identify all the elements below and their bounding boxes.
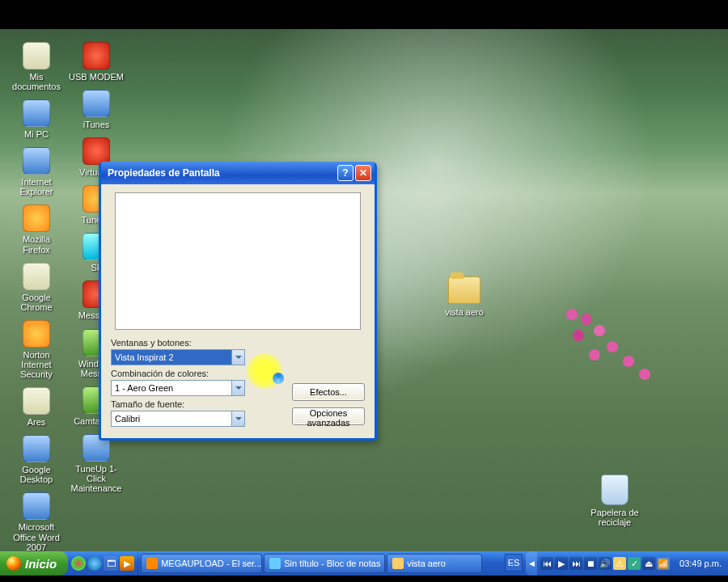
desktop-icon-ff[interactable]: Mozilla Firefox	[8, 205, 65, 254]
ff-icon	[23, 205, 50, 232]
dialog-title: Propiedades de Pantalla	[108, 167, 336, 179]
desktop-icon-label: Mozilla Firefox	[8, 234, 65, 254]
tray-icon[interactable]: ▶	[555, 557, 568, 570]
taskbar-clock[interactable]: 03:49 p.m.	[673, 551, 728, 576]
ie-icon	[23, 147, 50, 175]
tray-icon[interactable]: ✓	[628, 557, 641, 570]
taskbar: Inicio 🗔 ▶ MEGAUPLOAD - El ser...Sin tít…	[0, 551, 728, 576]
tray-icon[interactable]: ⏹	[584, 557, 597, 570]
task-icon	[146, 558, 158, 569]
norton-icon	[23, 320, 50, 348]
style-select[interactable]: Vista Inspirat 2	[111, 349, 245, 365]
advanced-options-button[interactable]: Opciones avanzadas	[292, 407, 365, 425]
desktop-icon-label: Microsoft Office Word 2007	[8, 522, 65, 551]
desktop-icon-label: Ares	[28, 417, 46, 427]
desktop-icon-label: Internet Explorer	[8, 177, 65, 196]
desktop-icon-label: Google Chrome	[8, 293, 65, 312]
system-tray: ⏮ ▶ ⏭ ⏹ 🔊 ⚠ ✓ ⏏ 📶	[537, 551, 673, 576]
task-label: MEGAUPLOAD - El ser...	[161, 559, 261, 568]
desktop-icon-tuneup2[interactable]: TuneUp 1-Click Maintenance	[68, 434, 125, 493]
desktop-icon-label: Norton Internet Security	[8, 350, 65, 379]
chrome-icon	[23, 263, 50, 290]
font-select[interactable]: Calibri	[111, 411, 245, 427]
desktop-icon-label: Mis documentos	[8, 72, 65, 91]
theme-preview	[115, 192, 361, 330]
desktop-icon-label: TuneUp 1-Click Maintenance	[68, 464, 125, 493]
ql-media-icon[interactable]: ▶	[120, 556, 134, 571]
chevron-down-icon[interactable]	[231, 350, 244, 365]
taskbar-task[interactable]: Sin título - Bloc de notas	[264, 554, 385, 573]
windows-logo-icon	[6, 556, 21, 571]
display-properties-dialog: Propiedades de Pantalla ? ✕ Ventanas y b…	[99, 162, 377, 441]
ql-ie-icon[interactable]	[87, 556, 102, 571]
color-select-value: 1 - Aero Green	[112, 381, 231, 395]
color-select[interactable]: 1 - Aero Green	[111, 380, 245, 396]
taskbar-task[interactable]: MEGAUPLOAD - El ser...	[141, 554, 262, 573]
tray-icon[interactable]: ⚠	[613, 557, 626, 570]
task-label: Sin título - Bloc de notas	[284, 559, 380, 568]
tray-icon[interactable]: 📶	[657, 557, 670, 570]
docs-icon	[23, 42, 50, 70]
word-icon	[23, 492, 50, 520]
style-select-value: Vista Inspirat 2	[112, 350, 231, 365]
color-scheme-label: Combinación de colores:	[111, 369, 365, 378]
chevron-down-icon[interactable]	[231, 381, 244, 395]
tray-icon[interactable]: 🔊	[599, 557, 612, 570]
task-icon	[392, 558, 404, 569]
tray-icon[interactable]: ⏏	[642, 557, 655, 570]
tray-expand-icon[interactable]: ◀	[526, 551, 537, 576]
pc-icon	[23, 99, 50, 127]
desktop-icon-ie[interactable]: Internet Explorer	[8, 147, 65, 196]
recycle-bin[interactable]: Papelera de reciclaje	[582, 474, 647, 527]
font-select-value: Calibri	[112, 411, 231, 426]
recycle-bin-label: Papelera de reciclaje	[582, 508, 647, 527]
tray-icon[interactable]: ⏭	[569, 557, 582, 570]
ares-icon	[23, 387, 50, 415]
desktop-icon-gd[interactable]: Google Desktop	[8, 435, 65, 484]
chevron-down-icon[interactable]	[231, 411, 244, 426]
start-button[interactable]: Inicio	[0, 551, 68, 576]
folder-icon	[448, 276, 480, 304]
windows-buttons-label: Ventanas y botones:	[111, 338, 365, 348]
titlebar[interactable]: Propiedades de Pantalla ? ✕	[101, 162, 375, 184]
desktop-icon-itunes[interactable]: iTunes	[68, 90, 125, 129]
task-buttons: MEGAUPLOAD - El ser...Sin título - Bloc …	[138, 551, 502, 576]
desktop-icon-docs[interactable]: Mis documentos	[8, 42, 65, 91]
desktop-icon-ares[interactable]: Ares	[8, 387, 65, 427]
start-label: Inicio	[25, 557, 57, 571]
task-icon	[269, 558, 281, 569]
ql-show-desktop-icon[interactable]: 🗔	[104, 556, 118, 571]
ql-chrome-icon[interactable]	[71, 556, 86, 571]
effects-button[interactable]: Efectos...	[292, 383, 365, 401]
tray-icon[interactable]: ⏮	[540, 557, 553, 570]
busy-cursor-icon	[273, 373, 284, 384]
usb-icon	[83, 42, 110, 70]
desktop-icon-label: Google Desktop	[8, 465, 65, 484]
itunes-icon	[83, 90, 110, 117]
desktop-icon-pc[interactable]: Mi PC	[8, 99, 65, 139]
desktop-icon-norton[interactable]: Norton Internet Security	[8, 320, 65, 379]
gd-icon	[23, 435, 50, 462]
desktop-icon-word[interactable]: Microsoft Office Word 2007	[8, 492, 65, 551]
taskbar-task[interactable]: vista aero	[387, 554, 482, 573]
close-button[interactable]: ✕	[355, 165, 371, 181]
desktop-icon-label: iTunes	[83, 120, 110, 129]
folder-label: vista aero	[432, 307, 497, 317]
desktop-icon-label: Mi PC	[24, 129, 49, 139]
language-indicator[interactable]: ES	[505, 554, 523, 571]
help-button[interactable]: ?	[337, 165, 353, 181]
recycle-bin-icon	[601, 474, 629, 505]
desktop-icon-label: USB MODEM	[69, 72, 124, 82]
desktop-icon-usb[interactable]: USB MODEM	[68, 42, 125, 82]
quick-launch: 🗔 ▶	[68, 551, 138, 576]
desktop-folder-vista-aero[interactable]: vista aero	[432, 276, 497, 317]
desktop-icon-chrome[interactable]: Google Chrome	[8, 263, 65, 312]
task-label: vista aero	[407, 559, 446, 568]
